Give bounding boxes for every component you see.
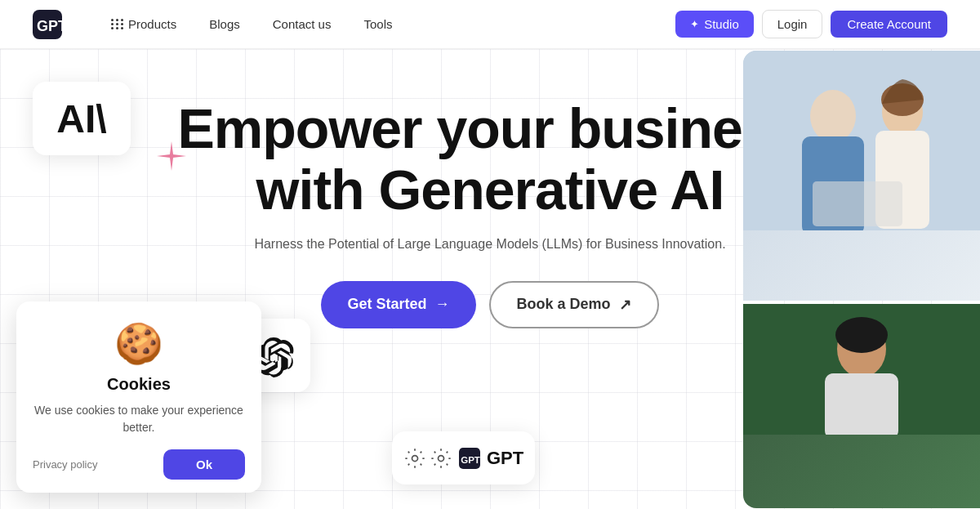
- nav-blogs[interactable]: Blogs: [209, 17, 240, 31]
- ai-card: AI\: [33, 82, 131, 155]
- logo-icon: GPT: [33, 10, 62, 39]
- hero-subtitle: Harness the Potential of Large Language …: [254, 237, 725, 252]
- svg-point-3: [438, 455, 443, 461]
- logo[interactable]: GPT: [33, 10, 62, 39]
- nav-contact[interactable]: Contact us: [273, 17, 332, 31]
- nav-actions: ✦ Studio Login Create Account: [675, 10, 947, 38]
- hero-title: Empower your business with Generative AI: [178, 98, 803, 221]
- photo-top: [743, 51, 980, 301]
- gpt-brand-card: GPT GPT: [392, 431, 535, 484]
- svg-rect-16: [825, 373, 898, 435]
- cookie-popup: 🍪 Cookies We use cookies to make your ex…: [16, 301, 261, 493]
- svg-point-7: [810, 90, 856, 142]
- cookie-title: Cookies: [107, 375, 171, 394]
- svg-text:GPT: GPT: [37, 18, 62, 34]
- create-account-button[interactable]: Create Account: [831, 11, 947, 38]
- nav-products[interactable]: Products: [111, 17, 176, 31]
- studio-button[interactable]: ✦ Studio: [675, 11, 754, 38]
- gear-icon-1: [403, 447, 426, 470]
- gear-icons: [403, 447, 452, 470]
- svg-text:GPT: GPT: [461, 454, 480, 464]
- gear-icon-2: [430, 447, 452, 470]
- grid-icon: [111, 19, 124, 29]
- gpt-small-logo-icon: GPT: [459, 448, 480, 469]
- svg-point-2: [412, 455, 417, 461]
- svg-rect-11: [813, 181, 902, 226]
- hero-buttons: Get Started → Book a Demo ↗: [321, 281, 658, 328]
- arrow-right-icon: →: [435, 296, 450, 313]
- sparkle-icon: ✦: [690, 18, 699, 30]
- cookie-actions: Privacy policy Ok: [33, 449, 245, 480]
- people-working-illustration: [743, 51, 980, 230]
- get-started-button[interactable]: Get Started →: [321, 281, 475, 328]
- person-illustration: [743, 304, 980, 435]
- book-demo-button[interactable]: Book a Demo ↗: [489, 281, 659, 328]
- login-button[interactable]: Login: [762, 10, 823, 38]
- cookie-text: We use cookies to make your experience b…: [33, 402, 245, 436]
- nav-tools[interactable]: Tools: [363, 17, 392, 31]
- nav-links: Products Blogs Contact us Tools: [111, 17, 675, 31]
- photo-bottom: [743, 304, 980, 508]
- cookie-ok-button[interactable]: Ok: [163, 449, 245, 480]
- navbar: GPT Products Blogs Contact us Tools ✦ St…: [0, 0, 980, 49]
- sparkle-decoration: [151, 139, 192, 180]
- privacy-policy-button[interactable]: Privacy policy: [33, 458, 97, 471]
- cookie-icon: 🍪: [114, 321, 163, 367]
- arrow-diagonal-icon: ↗: [619, 296, 631, 314]
- svg-point-15: [835, 317, 888, 353]
- star-sparkle-icon: [152, 140, 191, 179]
- photo-collage: [743, 51, 980, 508]
